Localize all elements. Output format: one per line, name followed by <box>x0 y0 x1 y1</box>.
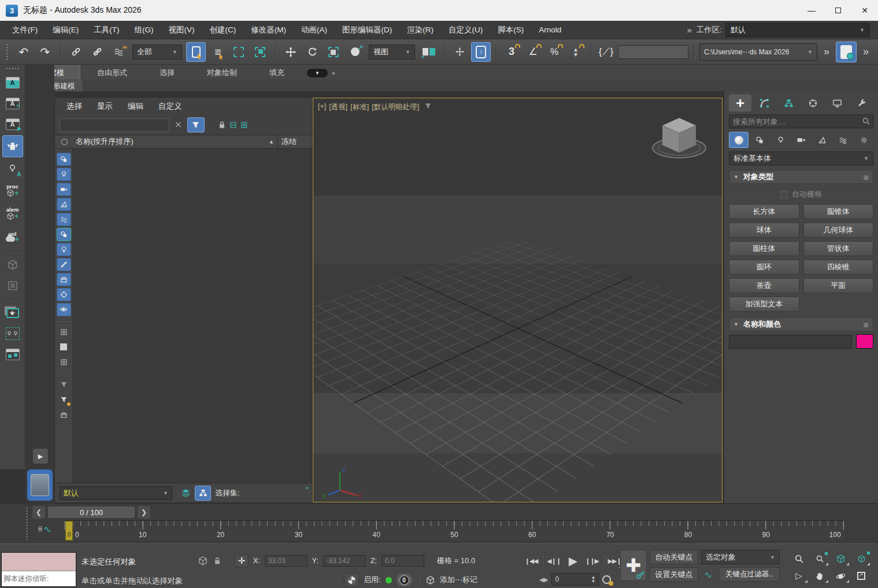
filter-settings-button[interactable] <box>57 393 71 406</box>
name-color-rollout-header[interactable]: ▼ 名称和颜色 ▦ <box>729 317 873 331</box>
tab-motion[interactable] <box>802 94 824 112</box>
x-coordinate-field[interactable] <box>265 555 308 567</box>
menu-create[interactable]: 创建(C) <box>202 21 244 39</box>
menu-customize[interactable]: 自定义(U) <box>441 21 490 39</box>
orbit-button[interactable] <box>831 568 850 583</box>
lock-selection-icon[interactable] <box>217 120 227 130</box>
pyramid-button[interactable]: 四棱锥 <box>803 260 874 275</box>
key-mode-toggle[interactable]: ◀▶ <box>539 576 548 583</box>
selection-lock-icon[interactable] <box>213 556 222 565</box>
torus-button[interactable]: 圆环 <box>729 260 799 275</box>
aov-manager-button[interactable] <box>2 345 23 364</box>
display-groups-toggle[interactable] <box>57 228 71 241</box>
filter-button[interactable] <box>57 378 71 391</box>
clear-search-icon[interactable]: ✕ <box>173 120 184 130</box>
current-frame-field[interactable]: 0 ▲▼ <box>551 573 599 586</box>
display-bones-toggle[interactable] <box>57 258 71 271</box>
menu-tools[interactable]: 工具(T) <box>86 21 127 39</box>
viewport-layout-tab[interactable] <box>27 469 53 501</box>
project-folder-dropdown[interactable]: C:\Users\me⋯ds Max 2026 ▼ <box>699 43 817 61</box>
track-bar-ruler[interactable]: 0 0 10 20 30 40 50 60 70 80 90 100 <box>65 520 844 540</box>
display-containers-toggle[interactable] <box>57 273 71 286</box>
category-helpers[interactable] <box>812 132 832 148</box>
search-all-objects-input[interactable] <box>729 114 873 128</box>
window-crossing-toggle[interactable] <box>250 42 270 62</box>
select-and-scale-button[interactable] <box>324 42 343 62</box>
per-view-filter-icon[interactable] <box>424 102 432 110</box>
frame-display[interactable]: 0 / 100 <box>47 506 135 519</box>
render-to-texture-button-disabled[interactable] <box>2 276 23 295</box>
selection-filter-dropdown[interactable]: 全部 ▼ <box>132 45 182 60</box>
category-systems[interactable] <box>854 132 873 148</box>
set-keys-button[interactable]: ✚ <box>620 550 647 581</box>
hierarchy-view-button[interactable] <box>195 486 211 501</box>
geosphere-button[interactable]: 几何球体 <box>803 223 874 238</box>
footer-overflow-chevron[interactable]: » <box>305 484 309 491</box>
menu-file[interactable]: 文件(F) <box>5 21 45 39</box>
marker-cube-icon[interactable] <box>425 575 435 585</box>
minimize-button[interactable]: — <box>798 0 825 21</box>
perspective-viewport[interactable]: [+] [透视] [标准] [默认明暗处理] z x y <box>313 98 723 502</box>
isolate-selection-icon[interactable] <box>198 556 208 566</box>
zero-weight-button[interactable]: 0 <box>397 574 412 586</box>
auto-key-button[interactable]: 自动关键点 <box>650 550 698 564</box>
reference-coordinate-dropdown[interactable]: 视图 ▼ <box>369 45 415 60</box>
explorer-preset-dropdown[interactable]: 默认 ▼ <box>60 486 172 500</box>
light-group-button[interactable] <box>2 324 23 343</box>
tab-create[interactable]: + <box>729 94 751 112</box>
close-button[interactable]: ✕ <box>851 0 878 21</box>
new-container-button[interactable] <box>57 408 71 421</box>
list-view-button[interactable] <box>57 326 71 339</box>
category-shapes[interactable] <box>750 132 769 148</box>
select-object-button[interactable] <box>186 42 206 62</box>
frozen-column-header[interactable]: 冻结 <box>277 135 312 148</box>
menu-group[interactable]: 组(G) <box>127 21 161 39</box>
menu-modifiers[interactable]: 修改器(M) <box>243 21 294 39</box>
select-and-place-button[interactable]: ↗ <box>345 42 365 62</box>
menu-animation[interactable]: 动画(A) <box>294 21 335 39</box>
explorer-menu-edit[interactable]: 编辑 <box>128 101 151 112</box>
redo-button[interactable]: ↷ <box>35 42 55 62</box>
time-configuration-button[interactable] <box>602 575 611 584</box>
display-helpers-toggle[interactable] <box>57 198 71 211</box>
viewport-pov-menu[interactable]: [透视] <box>329 102 347 112</box>
arnold-alembic-button[interactable]: alem+ <box>2 202 23 224</box>
explorer-menu-customize[interactable]: 自定义 <box>158 101 190 112</box>
selected-object-dropdown[interactable]: 选定对象 ▼ <box>701 550 780 564</box>
add-time-tag[interactable]: 添加⋯标记 <box>440 575 477 585</box>
render-teapot-button[interactable] <box>2 135 23 157</box>
explorer-menu-select[interactable]: 选择 <box>66 101 90 112</box>
explorer-search-input[interactable] <box>60 119 169 132</box>
transform-typein-button[interactable]: ✛ <box>235 554 249 567</box>
tab-display[interactable] <box>826 94 849 112</box>
menu-overflow-chevron[interactable]: » <box>682 25 696 35</box>
previous-frame-button[interactable]: ❮ <box>32 506 45 519</box>
expand-panel-button[interactable]: ▶ <box>33 449 48 464</box>
object-name-input[interactable] <box>729 335 852 349</box>
named-selection-set-input[interactable] <box>618 45 688 59</box>
teapot-button[interactable]: 茶壶 <box>729 278 799 293</box>
explorer-object-list[interactable] <box>73 149 312 483</box>
ribbon-tab-selection[interactable]: 选择 <box>144 66 190 80</box>
arnold-renderview-button[interactable]: A <box>2 73 23 93</box>
pivot-center-button[interactable]: ↑ <box>471 42 491 62</box>
bind-to-spacewarp-icon[interactable]: ∞ <box>109 42 128 62</box>
object-color-swatch[interactable] <box>856 334 873 349</box>
spin-down-icon[interactable]: ▼ <box>591 579 595 583</box>
angle-snap-toggle[interactable]: ∠ <box>523 42 543 62</box>
viewport-shading-menu[interactable]: [默认明暗处理] <box>372 102 419 112</box>
zoom-extents-all-button[interactable] <box>852 551 870 566</box>
display-spacewarps-toggle[interactable] <box>57 213 71 226</box>
tab-utilities[interactable] <box>850 94 873 112</box>
viewport-general-menu[interactable]: [+] <box>318 102 326 112</box>
mini-curve-editor-toggle[interactable] <box>38 525 53 533</box>
select-and-move-button[interactable] <box>281 42 301 62</box>
workspace-dropdown[interactable]: 默认 ▼ <box>725 23 870 37</box>
key-filters-button[interactable]: 关键点过滤器.. <box>718 567 780 582</box>
display-lights-toggle[interactable] <box>57 168 71 181</box>
viewcube[interactable] <box>644 111 714 169</box>
autogrid-checkbox[interactable] <box>780 191 788 198</box>
time-configuration-adjacent-icon[interactable] <box>344 573 359 587</box>
tab-hierarchy[interactable] <box>777 94 800 112</box>
category-geometry[interactable] <box>729 132 749 148</box>
